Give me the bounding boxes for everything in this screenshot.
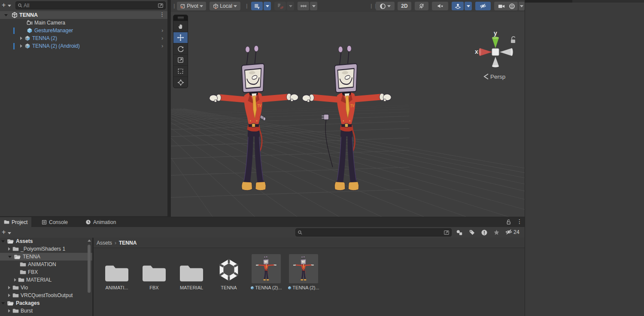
asset-folder-fbx[interactable]: FBX [136, 252, 172, 290]
hierarchy-add-button[interactable]: + [2, 2, 6, 9]
hand-icon [177, 23, 184, 30]
asset-tenna-scene[interactable]: TENNA [211, 252, 247, 290]
tab-label: Animation [93, 219, 116, 225]
model-prefab-cube-icon [24, 43, 30, 49]
asset-folder-material[interactable]: MATERIAL [173, 252, 210, 290]
asset-tenna-2-prefab[interactable]: TENNA (2)... [286, 252, 322, 290]
shaded-sphere-icon [380, 3, 386, 9]
2d-mode-button[interactable]: 2D [398, 2, 411, 10]
local-label: Local [220, 3, 232, 9]
breadcrumb-current[interactable]: TENNA [119, 240, 137, 246]
open-search-window-icon[interactable] [158, 3, 164, 9]
project-search[interactable] [295, 228, 452, 236]
asset-label: FBX [136, 285, 172, 290]
hidden-count-toggle[interactable]: 24 [505, 229, 519, 235]
tree-item-assets[interactable]: Assets [0, 238, 92, 245]
gizmo-x-axis-cone[interactable] [480, 48, 492, 56]
breadcrumb-root[interactable]: Assets [97, 240, 112, 246]
scale-tool[interactable] [173, 54, 188, 65]
project-add-caret-icon[interactable] [8, 232, 11, 234]
hierarchy-item-gesturemanager[interactable]: GestureManager › [0, 27, 167, 34]
expand-triangle-icon[interactable] [20, 44, 22, 48]
hierarchy-item-tenna-2[interactable]: TENNA (2) › [0, 34, 167, 42]
view-hand-tool[interactable] [173, 21, 188, 32]
collapse-triangle-icon[interactable] [4, 14, 8, 16]
effects-layers-icon [455, 3, 461, 9]
effects-caret-button[interactable] [465, 2, 472, 10]
grid-snapping-button[interactable] [274, 2, 286, 10]
prefab-thumbnail [252, 254, 281, 283]
tab-project[interactable]: Project [0, 217, 31, 227]
snap-increment-caret-button[interactable] [310, 2, 317, 10]
gizmo-y-axis-cone[interactable] [492, 38, 499, 48]
gizmo-lock-icon[interactable] [511, 37, 515, 43]
scene-visibility-toggle[interactable] [475, 2, 491, 10]
toolbar-drag-handle[interactable]: ❙ [245, 3, 249, 9]
prefab-open-chevron-icon[interactable]: › [161, 35, 163, 41]
expand-triangle-icon[interactable] [20, 37, 22, 40]
tree-scrollbar[interactable] [88, 245, 91, 293]
asset-label-row: TENNA (2)... [248, 285, 284, 290]
tree-item-animation[interactable]: ANIMATION [0, 261, 92, 268]
tree-item-tenna[interactable]: TENNA [0, 253, 92, 261]
tree-item-vrcquesttoolsoutput[interactable]: VRCQuestToolsOutput [0, 291, 92, 299]
scene-lighting-toggle[interactable] [415, 2, 428, 10]
handle-rotation-dropdown[interactable]: Local [210, 2, 240, 10]
projection-toggle[interactable]: Persp [484, 74, 505, 80]
svg-text:x: x [475, 48, 478, 55]
tree-item-packages[interactable]: Packages [0, 299, 92, 307]
prefab-open-chevron-icon[interactable]: › [161, 43, 163, 49]
hierarchy-scene-row[interactable]: TENNA ⋮ [0, 11, 167, 19]
pivot-mode-dropdown[interactable]: Pivot [177, 2, 206, 10]
transform-tool[interactable] [173, 77, 188, 88]
shading-mode-dropdown[interactable] [376, 2, 395, 10]
hierarchy-search-input[interactable] [23, 2, 158, 9]
prefab-cube-icon [27, 28, 33, 34]
panel-options-kebab-icon[interactable]: ⋮ [516, 219, 522, 224]
gizmos-caret-button[interactable] [519, 2, 525, 10]
import-log-icon[interactable] [481, 229, 488, 236]
hierarchy-search[interactable] [15, 1, 166, 9]
orientation-gizmo[interactable]: y x Persp [474, 15, 521, 80]
scene-options-kebab-icon[interactable]: ⋮ [159, 12, 165, 17]
asset-folder-animation[interactable]: ANIMATI... [99, 252, 135, 290]
grid-snapping-caret-button[interactable] [287, 2, 294, 10]
open-search-window-icon[interactable] [444, 230, 450, 236]
gizmos-button[interactable] [506, 2, 518, 10]
project-add-button[interactable]: + [2, 229, 6, 236]
lightbulb-off-icon [419, 3, 425, 9]
tree-item-fbx[interactable]: FBX [0, 268, 92, 276]
palette-drag-handle[interactable] [173, 15, 188, 21]
tree-item-material[interactable]: MATERIAL [0, 276, 92, 284]
gizmo-axis-cone[interactable] [492, 57, 499, 66]
hierarchy-add-caret-icon[interactable] [8, 5, 11, 7]
rect-tool[interactable] [173, 65, 188, 77]
gizmo-center-cube[interactable] [492, 49, 499, 55]
tab-console[interactable]: Console [38, 217, 72, 227]
search-by-label-tag-icon[interactable] [469, 229, 475, 236]
prefab-open-chevron-icon[interactable]: › [161, 27, 163, 34]
audio-toggle[interactable] [432, 2, 448, 10]
snap-increment-button[interactable] [298, 2, 309, 10]
prefab-cube-icon [250, 286, 254, 290]
search-by-type-icon[interactable] [456, 229, 463, 236]
tab-animation[interactable]: Animation [82, 217, 120, 227]
move-tool[interactable] [173, 32, 188, 43]
hierarchy-item-tenna-2-android[interactable]: TENNA (2) (Android) › [0, 42, 167, 50]
tree-item-vio[interactable]: Vio [0, 284, 92, 291]
scroll-up-arrow[interactable] [88, 239, 91, 242]
project-search-input[interactable] [303, 229, 444, 236]
rotate-tool[interactable] [173, 43, 188, 54]
grid-visibility-caret-button[interactable] [264, 2, 271, 10]
grid-visibility-button[interactable]: Y [251, 2, 263, 10]
gizmo-axis-cone[interactable] [500, 48, 512, 56]
folder-icon [18, 277, 24, 282]
tree-item-poiyomishaders[interactable]: _PoiyomiShaders 1 [0, 245, 92, 253]
panel-lock-icon[interactable] [506, 219, 511, 225]
asset-tenna-2-prefab[interactable]: TENNA (2)... [248, 252, 284, 290]
hierarchy-item-main-camera[interactable]: Main Camera [0, 19, 167, 27]
tree-item-burst[interactable]: Burst [0, 307, 92, 315]
scene-viewport[interactable]: TV [171, 12, 525, 217]
effects-toggle[interactable] [452, 2, 464, 10]
favorites-star-icon[interactable] [493, 229, 500, 236]
